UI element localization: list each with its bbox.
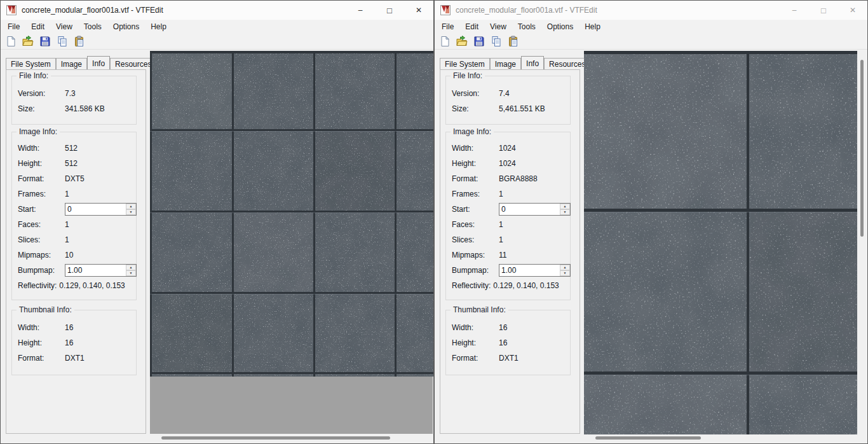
- tab-file-system[interactable]: File System: [6, 58, 56, 69]
- save-file-icon[interactable]: [38, 34, 52, 48]
- maximize-button[interactable]: □: [809, 1, 838, 20]
- menu-tools[interactable]: Tools: [512, 20, 541, 33]
- image-info-group: Image Info: Width:1024 Height:1024 Forma…: [445, 132, 571, 300]
- thumb-height-label: Height:: [18, 338, 65, 347]
- maximize-button[interactable]: □: [375, 1, 404, 20]
- spin-up-icon[interactable]: ▲: [560, 204, 570, 209]
- mipmaps-value: 10: [65, 251, 73, 260]
- vertical-scrollbar-thumb[interactable]: [860, 60, 864, 237]
- spin-down-icon[interactable]: ▼: [560, 209, 570, 215]
- version-label: Version:: [452, 89, 499, 98]
- size-label: Size:: [452, 104, 499, 113]
- bumpmap-label: Bumpmap:: [18, 266, 65, 275]
- thumbnail-info-group: Thumbnail Info: Width:16 Height:16 Forma…: [11, 310, 137, 375]
- texture-image[interactable]: [150, 51, 434, 377]
- menu-help[interactable]: Help: [579, 20, 606, 33]
- horizontal-scrollbar-thumb[interactable]: [161, 436, 390, 440]
- open-file-icon[interactable]: [455, 34, 469, 48]
- width-value: 512: [65, 144, 78, 153]
- menu-edit[interactable]: Edit: [459, 20, 484, 33]
- thumb-height-value: 16: [65, 338, 73, 347]
- version-row: Version: 7.3: [12, 86, 136, 101]
- version-row: Version: 7.4: [446, 86, 570, 101]
- minimize-button[interactable]: –: [346, 1, 375, 20]
- thumb-width-label: Width:: [452, 323, 499, 332]
- thumb-width-value: 16: [65, 323, 73, 332]
- start-input[interactable]: [499, 204, 560, 215]
- save-file-icon[interactable]: [472, 34, 486, 48]
- window-controls: – □ ✕: [780, 1, 867, 20]
- horizontal-scrollbar[interactable]: [150, 435, 432, 441]
- menu-edit[interactable]: Edit: [25, 20, 50, 33]
- texture-image[interactable]: [584, 51, 857, 434]
- open-file-icon[interactable]: [21, 34, 35, 48]
- spin-up-icon[interactable]: ▲: [126, 265, 136, 270]
- mipmaps-value: 11: [499, 251, 506, 260]
- image-info-title: Image Info:: [451, 127, 494, 136]
- thumbnail-info-group: Thumbnail Info: Width:16 Height:16 Forma…: [445, 310, 571, 375]
- size-value: 5,461.551 KB: [499, 104, 545, 113]
- menu-help[interactable]: Help: [145, 20, 172, 33]
- spin-down-icon[interactable]: ▼: [560, 270, 570, 276]
- file-info-title: File Info:: [17, 71, 51, 80]
- toolbar: [435, 33, 867, 50]
- menu-tools[interactable]: Tools: [78, 20, 107, 33]
- spin-down-icon[interactable]: ▼: [126, 209, 136, 215]
- menu-file[interactable]: File: [2, 20, 25, 33]
- thumb-height-value: 16: [499, 338, 507, 347]
- tab-image[interactable]: Image: [56, 58, 87, 69]
- image-info-group: Image Info: Width:512 Height:512 Format:…: [11, 132, 137, 300]
- horizontal-scrollbar-thumb[interactable]: [595, 436, 701, 440]
- slices-label: Slices:: [18, 235, 65, 244]
- menu-view[interactable]: View: [50, 20, 78, 33]
- start-input[interactable]: [65, 204, 126, 215]
- version-value: 7.3: [65, 89, 76, 98]
- vtfedit-app-icon: [6, 5, 17, 15]
- thumb-width-label: Width:: [18, 323, 65, 332]
- paste-icon[interactable]: [72, 34, 86, 48]
- titlebar[interactable]: concrete_modular_floor001a.vtf - VTFEdit…: [1, 1, 433, 20]
- format-value: DXT5: [65, 174, 85, 183]
- tab-file-system[interactable]: File System: [440, 58, 490, 69]
- menu-file[interactable]: File: [436, 20, 459, 33]
- copy-icon[interactable]: [55, 34, 69, 48]
- paste-icon[interactable]: [506, 34, 520, 48]
- minimize-button[interactable]: –: [780, 1, 809, 20]
- start-spinbox: ▲▼: [65, 203, 137, 216]
- horizontal-scrollbar[interactable]: [584, 435, 857, 441]
- file-info-group: File Info: Version: 7.4 Size: 5,461.551 …: [445, 76, 571, 125]
- vertical-scrollbar[interactable]: [858, 52, 866, 434]
- reflectivity-label: Reflectivity:: [18, 281, 57, 290]
- faces-label: Faces:: [18, 220, 65, 229]
- close-button[interactable]: ✕: [838, 1, 867, 20]
- frames-label: Frames:: [18, 190, 65, 198]
- bumpmap-label: Bumpmap:: [452, 266, 499, 275]
- spin-up-icon[interactable]: ▲: [560, 265, 570, 270]
- spin-down-icon[interactable]: ▼: [126, 270, 136, 276]
- close-button[interactable]: ✕: [404, 1, 433, 20]
- bumpmap-input[interactable]: [65, 265, 126, 276]
- mipmaps-label: Mipmaps:: [452, 251, 499, 260]
- spin-up-icon[interactable]: ▲: [126, 204, 136, 209]
- version-label: Version:: [18, 89, 65, 98]
- menu-options[interactable]: Options: [541, 20, 579, 33]
- thumb-height-label: Height:: [452, 338, 499, 347]
- desktop: concrete_modular_floor001a.vtf - VTFEdit…: [0, 0, 868, 444]
- info-tab-page: File Info: Version: 7.4 Size: 5,461.551 …: [440, 69, 580, 434]
- copy-icon[interactable]: [489, 34, 503, 48]
- frames-value: 1: [499, 190, 503, 198]
- new-file-icon[interactable]: [438, 34, 452, 48]
- new-file-icon[interactable]: [4, 34, 18, 48]
- size-row: Size: 341.586 KB: [12, 101, 136, 116]
- tab-strip: File System Image Info Resources: [6, 57, 156, 69]
- frames-value: 1: [65, 190, 69, 198]
- menu-view[interactable]: View: [484, 20, 512, 33]
- bumpmap-input[interactable]: [499, 265, 560, 276]
- tab-info[interactable]: Info: [521, 56, 544, 69]
- titlebar[interactable]: concrete_modular_floor001a.vtf - VTFEdit…: [435, 1, 867, 20]
- thumb-width-value: 16: [499, 323, 507, 332]
- tab-info[interactable]: Info: [87, 56, 110, 69]
- tab-strip: File System Image Info Resources: [440, 57, 590, 69]
- tab-image[interactable]: Image: [490, 58, 521, 69]
- menu-options[interactable]: Options: [107, 20, 145, 33]
